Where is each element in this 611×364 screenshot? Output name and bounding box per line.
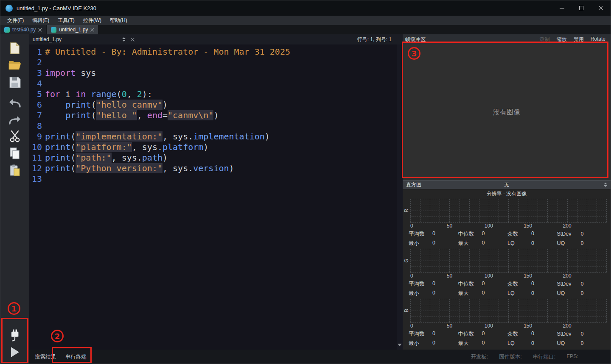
tab-close-icon[interactable] xyxy=(90,28,94,32)
line-number: 7 xyxy=(29,110,42,121)
histogram-channel-G: G050100150200平均数0中位数0众数0StDev0最小0最大0LQ0U… xyxy=(403,249,611,299)
histogram-x-axis: 050100150200 xyxy=(410,222,606,229)
maximize-button[interactable] xyxy=(572,0,591,16)
stat-cell: 平均数0 xyxy=(409,231,458,238)
scroll-down-button[interactable] xyxy=(397,342,402,348)
gridline xyxy=(410,317,606,317)
paste-icon xyxy=(9,164,21,177)
channel-plot-row: B xyxy=(403,299,611,322)
title-bar[interactable]: untitled_1.py - CanMV IDE K230 xyxy=(0,0,611,16)
close-button[interactable] xyxy=(591,0,611,16)
stat-value: 0 xyxy=(482,231,485,238)
minimize-button[interactable] xyxy=(552,0,572,16)
stat-label: 最小 xyxy=(409,240,432,247)
copy-button[interactable] xyxy=(6,145,24,161)
menu-item-5[interactable]: 帮助(H) xyxy=(106,16,132,25)
channel-stats-row: 最小0最大0LQ0UQ0 xyxy=(403,289,611,298)
python-file-icon xyxy=(4,27,10,33)
save-button[interactable] xyxy=(6,74,24,90)
stat-cell: 众数0 xyxy=(507,331,557,338)
stat-cell: 最大0 xyxy=(458,340,508,347)
file-selector-arrows-icon[interactable] xyxy=(122,37,126,42)
redo-button[interactable] xyxy=(6,111,24,128)
stat-value: 0 xyxy=(581,331,584,337)
code-line-7: print("hello ", end="canmv\n") xyxy=(45,110,290,121)
stat-label: 中位数 xyxy=(458,331,482,338)
stat-value: 0 xyxy=(432,231,435,238)
gridline xyxy=(410,199,606,199)
connect-button[interactable] xyxy=(6,327,24,343)
stat-cell: 平均数0 xyxy=(409,281,458,288)
new-file-icon xyxy=(9,42,21,55)
undo-icon xyxy=(8,97,21,108)
line-number: 3 xyxy=(29,68,42,78)
save-icon xyxy=(8,76,21,89)
line-number: 1 xyxy=(29,47,42,57)
stat-cell: LQ0 xyxy=(507,290,557,296)
channel-stats-row: 平均数0中位数0众数0StDev0 xyxy=(403,279,611,289)
stat-cell: UQ0 xyxy=(557,240,607,246)
menu-item-4[interactable]: 控件(W) xyxy=(79,16,106,25)
editor-file-label: untitled_1.py xyxy=(33,36,62,42)
line-number: 5 xyxy=(29,89,42,100)
code-line-8 xyxy=(45,121,290,131)
disable-button[interactable]: 禁用 xyxy=(574,36,584,43)
channel-axis-label: R xyxy=(403,199,410,222)
serial-terminal-tab[interactable]: 串行终端 xyxy=(61,350,91,364)
code-editor[interactable]: 12345678910111213 # Untitled - By: Admin… xyxy=(29,44,403,350)
tab-test640.py[interactable]: test640.py xyxy=(0,25,46,34)
tab-strip: test640.pyuntitled_1.py xyxy=(0,25,611,34)
stat-cell: 最小0 xyxy=(409,240,458,247)
zoom-button[interactable]: 缩放 xyxy=(557,36,567,43)
open-file-button[interactable] xyxy=(6,57,24,73)
search-results-tab[interactable]: 搜索结果 xyxy=(30,350,61,364)
menu-item-3[interactable]: 工具(T) xyxy=(53,16,78,25)
stat-cell: StDev0 xyxy=(557,281,607,287)
stat-value: 0 xyxy=(432,240,435,247)
editor-scrollbar[interactable] xyxy=(397,44,403,350)
cut-icon xyxy=(9,130,21,143)
histogram-mode-spinner-icon[interactable] xyxy=(604,183,607,187)
stat-value: 0 xyxy=(531,231,534,238)
record-button[interactable]: 录制 xyxy=(540,36,550,43)
new-file-button[interactable] xyxy=(6,40,24,56)
menu-item-2[interactable]: 编辑(E) xyxy=(28,16,53,25)
gridline xyxy=(606,249,607,272)
stat-value: 0 xyxy=(531,290,534,296)
line-number: 11 xyxy=(29,153,42,163)
stat-value: 0 xyxy=(432,281,435,288)
menu-item-1[interactable]: 文件(F) xyxy=(3,16,28,25)
stat-label: 最大 xyxy=(458,340,482,347)
stat-value: 0 xyxy=(432,290,435,297)
rotate-button[interactable]: Rotate xyxy=(591,36,605,43)
stat-label: 平均数 xyxy=(409,281,432,288)
open-file-selector[interactable]: untitled_1.py xyxy=(33,36,135,42)
tab-close-icon[interactable] xyxy=(38,28,42,32)
paste-button[interactable] xyxy=(6,162,24,178)
code-content: # Untitled - By: Administrator - Mon Mar… xyxy=(45,47,290,350)
code-line-12: print("Python version:", sys.version) xyxy=(45,163,290,174)
status-bar: 搜索结果 串行终端 开发板: 固件版本: 串行端口: FPS: xyxy=(29,350,611,364)
channel-plot-row: R xyxy=(403,199,611,222)
fps-label: FPS: xyxy=(566,353,578,361)
stat-value: 0 xyxy=(581,231,584,237)
window-title: untitled_1.py - CanMV IDE K230 xyxy=(17,5,96,11)
channel-letter: R xyxy=(404,209,409,213)
gridline xyxy=(410,305,606,305)
editor-close-icon[interactable] xyxy=(131,38,135,42)
stat-value: 0 xyxy=(581,290,584,296)
stat-cell: 中位数0 xyxy=(458,281,508,288)
channel-axis-label: B xyxy=(403,299,410,322)
framebuffer-header: 帧缓冲区 录制 缩放 禁用 Rotate xyxy=(403,34,611,44)
channel-stats-row: 最小0最大0LQ0UQ0 xyxy=(403,339,611,348)
tab-untitled_1.py[interactable]: untitled_1.py xyxy=(47,25,98,34)
no-image-text: 没有图像 xyxy=(493,108,520,117)
left-toolbar xyxy=(0,34,29,364)
cut-button[interactable] xyxy=(6,128,24,144)
histogram-title: 直方图 xyxy=(406,181,421,189)
histogram-mode-select[interactable]: 无 xyxy=(504,181,509,189)
run-button[interactable] xyxy=(6,344,24,360)
stat-value: 0 xyxy=(531,281,534,288)
undo-button[interactable] xyxy=(6,94,24,111)
framebuffer-title: 帧缓冲区 xyxy=(405,36,426,43)
